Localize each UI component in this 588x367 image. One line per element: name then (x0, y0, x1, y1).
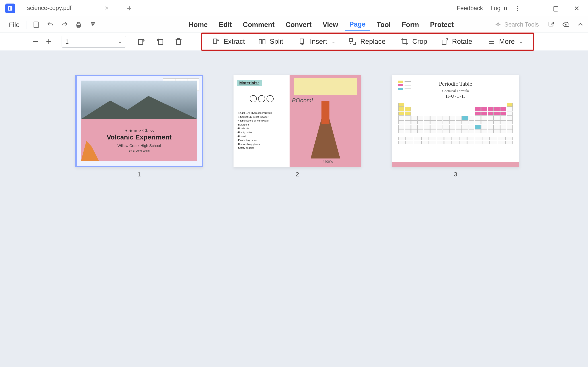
page1-title-line2: Volcanic Experiment (107, 133, 172, 141)
sparkle-icon (495, 22, 501, 28)
thumbnail-3[interactable]: Periodic Table Chemical Formula H-O-O-H (392, 75, 519, 167)
thumbnail-3-number: 3 (454, 171, 457, 178)
app-logo-icon (5, 4, 15, 13)
chevron-down-icon: ⌄ (118, 39, 122, 44)
titlebar: science-copy.pdf × + Feedback Log In ⋮ —… (0, 0, 588, 17)
svg-rect-6 (549, 22, 553, 26)
svg-rect-8 (158, 39, 163, 44)
separator (480, 36, 480, 47)
collapse-ribbon-icon[interactable] (577, 21, 584, 29)
search-tools-placeholder: Search Tools (504, 21, 539, 28)
new-tab-button[interactable]: + (127, 4, 132, 13)
extract-button[interactable]: Extract (205, 38, 251, 46)
svg-rect-13 (350, 39, 352, 42)
chevron-down-icon: ⌄ (332, 39, 335, 44)
page-toolbar: − + 1 ⌄ Extract Split Insert ⌄ Replace C… (0, 33, 588, 50)
temp-text: 4400°c (323, 160, 333, 163)
thumbnail-2[interactable]: Materials: 125ml 10% Hydrogen Peroxide 1… (233, 75, 361, 167)
svg-rect-2 (34, 22, 38, 28)
close-tab-icon[interactable]: × (105, 4, 109, 12)
undo-icon[interactable] (45, 19, 56, 30)
rotate-left-icon[interactable] (135, 35, 148, 48)
menu-page[interactable]: Page (345, 19, 370, 31)
search-tools[interactable]: Search Tools (495, 21, 539, 28)
zoom-out-button[interactable]: − (29, 36, 42, 47)
feedback-link[interactable]: Feedback (457, 5, 483, 12)
thumbnail-3-wrap: Periodic Table Chemical Formula H-O-O-H … (392, 75, 519, 343)
materials-label: Materials: (237, 80, 262, 86)
svg-rect-10 (259, 39, 262, 44)
rotate-button[interactable]: Rotate (434, 38, 479, 46)
maximize-icon[interactable]: ▢ (549, 4, 562, 12)
page1-author: By Brooke Wells (128, 149, 150, 152)
page-3-preview: Periodic Table Chemical Formula H-O-O-H (392, 75, 519, 167)
svg-rect-1 (9, 7, 11, 10)
quick-access-dropdown-icon[interactable] (87, 19, 98, 30)
page-2-preview: Materials: 125ml 10% Hydrogen Peroxide 1… (233, 75, 361, 167)
page-number-value: 1 (65, 38, 69, 45)
menu-edit[interactable]: Edit (214, 19, 236, 30)
separator (26, 21, 27, 29)
document-tab[interactable]: science-copy.pdf × (25, 0, 115, 17)
zoom-in-button[interactable]: + (42, 36, 55, 47)
share-icon[interactable] (548, 21, 555, 29)
periodic-title: Periodic Table (398, 81, 513, 87)
split-icon (258, 38, 266, 46)
chevron-down-icon: ⌄ (519, 39, 523, 44)
menubar: File Home Edit Comment Convert View Page… (0, 17, 588, 33)
menu-convert[interactable]: Convert (281, 19, 316, 30)
page1-school: Willow Creek High School (117, 144, 161, 148)
more-button[interactable]: More ⌄ (481, 38, 530, 46)
rotate-right-icon[interactable] (154, 35, 166, 48)
svg-rect-9 (213, 39, 217, 44)
crop-button[interactable]: Crop (394, 38, 434, 46)
thumbnail-2-number: 2 (296, 171, 299, 178)
svg-rect-7 (138, 39, 143, 44)
split-button[interactable]: Split (251, 38, 290, 46)
extract-icon (212, 38, 220, 46)
file-menu[interactable]: File (4, 21, 24, 29)
thumbnail-1[interactable]: Science Class Volcanic Experiment Willow… (75, 75, 203, 167)
main-menu: Home Edit Comment Convert View Page Tool… (184, 19, 458, 31)
delete-page-icon[interactable] (172, 35, 185, 48)
menu-form[interactable]: Form (397, 19, 423, 30)
thumbnail-1-wrap: Science Class Volcanic Experiment Willow… (75, 75, 203, 343)
separator (291, 36, 291, 47)
page-1-preview: Science Class Volcanic Experiment Willow… (81, 81, 197, 161)
menu-protect[interactable]: Protect (426, 19, 458, 30)
separator (393, 36, 393, 47)
menu-tool[interactable]: Tool (372, 19, 395, 30)
more-icon (488, 38, 496, 46)
insert-button[interactable]: Insert ⌄ (292, 38, 342, 46)
replace-icon (349, 38, 357, 46)
svg-rect-15 (442, 40, 446, 45)
menu-home[interactable]: Home (184, 19, 212, 30)
periodic-subtitle: Chemical Formula (398, 89, 513, 93)
periodic-formula: H-O-O-H (398, 94, 513, 99)
replace-button[interactable]: Replace (342, 38, 392, 46)
svg-rect-11 (263, 39, 265, 44)
properties-icon[interactable] (31, 19, 42, 30)
login-link[interactable]: Log In (491, 5, 507, 12)
page-number-dropdown[interactable]: 1 ⌄ (62, 36, 126, 48)
minimize-icon[interactable]: — (528, 5, 541, 12)
svg-rect-12 (300, 39, 303, 44)
page-actions-group: Extract Split Insert ⌄ Replace Crop Rota… (201, 33, 534, 51)
thumbnail-1-number: 1 (137, 171, 141, 178)
svg-rect-14 (353, 42, 356, 45)
titlebar-right: Feedback Log In ⋮ — ▢ ✕ (457, 4, 588, 12)
menu-comment[interactable]: Comment (239, 19, 279, 30)
kebab-menu-icon[interactable]: ⋮ (515, 5, 521, 12)
crop-icon (401, 38, 409, 46)
print-icon[interactable] (73, 19, 84, 30)
rotate-icon (440, 38, 448, 46)
svg-rect-5 (91, 22, 95, 23)
close-window-icon[interactable]: ✕ (570, 4, 583, 12)
materials-list: 125ml 10% Hydrogen Peroxide 1 Sachet Dry… (237, 111, 286, 150)
menu-view[interactable]: View (318, 19, 342, 30)
page1-title-line1: Science Class (125, 127, 154, 133)
insert-icon (298, 38, 307, 46)
cloud-upload-icon[interactable] (562, 21, 569, 29)
tab-title: science-copy.pdf (27, 5, 72, 11)
redo-icon[interactable] (59, 19, 70, 30)
